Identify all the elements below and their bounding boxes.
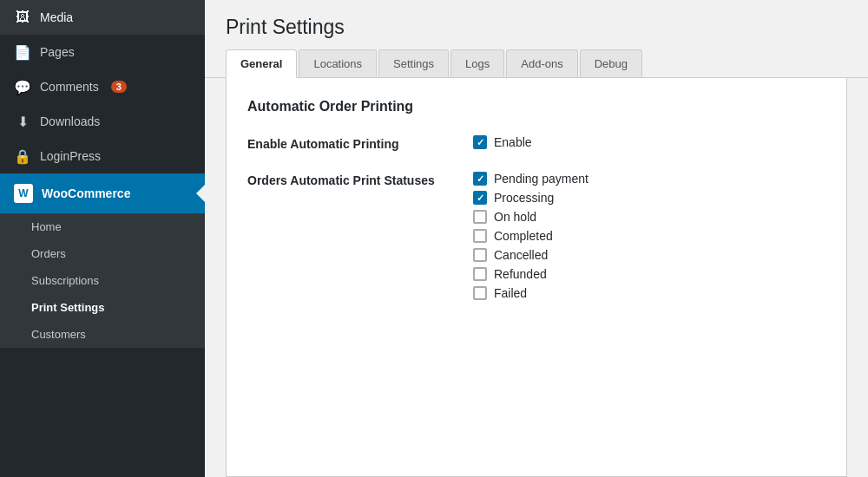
label-statuses: Orders Automatic Print Statuses [247, 172, 473, 187]
tab-settings[interactable]: Settings [378, 49, 449, 77]
checkbox-enable[interactable]: Enable [473, 135, 532, 149]
checkbox-cancelled-label: Cancelled [494, 248, 548, 262]
main-content: Print Settings General Locations Setting… [205, 0, 868, 477]
checkbox-on-hold-label: On hold [494, 210, 536, 224]
sidebar-item-comments-label: Comments [40, 80, 99, 94]
sidebar-item-orders-label: Orders [31, 247, 66, 260]
sidebar-item-orders[interactable]: Orders [0, 240, 205, 267]
checkbox-failed[interactable]: Failed [473, 286, 589, 300]
sidebar-item-comments[interactable]: 💬 Comments 3 [0, 69, 205, 104]
tab-addons[interactable]: Add-ons [506, 49, 577, 77]
sidebar-item-pages-label: Pages [40, 45, 75, 59]
checkbox-completed[interactable]: Completed [473, 229, 589, 243]
woocommerce-icon: W [14, 184, 33, 203]
checkbox-failed-label: Failed [494, 286, 527, 300]
tab-general[interactable]: General [226, 49, 297, 78]
comments-icon: 💬 [14, 78, 31, 95]
checkbox-completed-label: Completed [494, 229, 553, 243]
checkbox-pending-payment[interactable]: Pending payment [473, 172, 589, 186]
sidebar-item-loginpress[interactable]: 🔒 LoginPress [0, 139, 205, 173]
checkbox-cancelled-box[interactable] [473, 248, 487, 262]
tab-logs[interactable]: Logs [450, 49, 504, 77]
sidebar-item-media[interactable]: 🖼 Media [0, 0, 205, 35]
checkbox-refunded-label: Refunded [494, 267, 547, 281]
sidebar-item-woocommerce[interactable]: W WooCommerce [0, 173, 205, 213]
section-title-automatic-order-printing: Automatic Order Printing [247, 99, 825, 114]
checkbox-cancelled[interactable]: Cancelled [473, 248, 589, 262]
tab-locations[interactable]: Locations [299, 49, 377, 77]
sidebar-item-woocommerce-label: WooCommerce [42, 186, 130, 200]
form-row-enable-printing: Enable Automatic Printing Enable [247, 135, 825, 151]
sidebar-item-downloads-label: Downloads [40, 114, 100, 128]
sidebar-item-home[interactable]: Home [0, 213, 205, 240]
checkbox-processing-box[interactable] [473, 191, 487, 205]
checkbox-processing[interactable]: Processing [473, 191, 589, 205]
sidebar: 🖼 Media 📄 Pages 💬 Comments 3 ⬇ Downloads… [0, 0, 205, 477]
tabs-bar: General Locations Settings Logs Add-ons … [205, 49, 868, 78]
checkbox-pending-payment-box[interactable] [473, 172, 487, 186]
downloads-icon: ⬇ [14, 113, 31, 130]
checkbox-enable-box[interactable] [473, 135, 487, 149]
controls-statuses: Pending payment Processing On hold Compl… [473, 172, 589, 300]
sidebar-item-customers[interactable]: Customers [0, 321, 205, 348]
checkbox-failed-box[interactable] [473, 286, 487, 300]
media-icon: 🖼 [14, 9, 31, 26]
checkbox-refunded[interactable]: Refunded [473, 267, 589, 281]
checkbox-pending-payment-label: Pending payment [494, 172, 589, 186]
checkbox-refunded-box[interactable] [473, 267, 487, 281]
sidebar-item-downloads[interactable]: ⬇ Downloads [0, 104, 205, 139]
controls-enable-printing: Enable [473, 135, 532, 149]
sidebar-item-home-label: Home [31, 220, 62, 233]
sidebar-top-items: 🖼 Media 📄 Pages 💬 Comments 3 ⬇ Downloads… [0, 0, 205, 173]
woocommerce-submenu: Home Orders Subscriptions Print Settings… [0, 213, 205, 348]
loginpress-icon: 🔒 [14, 147, 31, 165]
sidebar-item-loginpress-label: LoginPress [40, 149, 101, 163]
sidebar-item-customers-label: Customers [31, 328, 86, 341]
sidebar-item-subscriptions-label: Subscriptions [31, 274, 99, 287]
checkbox-enable-label: Enable [494, 135, 532, 149]
form-row-statuses: Orders Automatic Print Statuses Pending … [247, 172, 825, 300]
tab-debug[interactable]: Debug [580, 49, 642, 77]
sidebar-item-pages[interactable]: 📄 Pages [0, 35, 205, 69]
sidebar-item-subscriptions[interactable]: Subscriptions [0, 267, 205, 294]
checkbox-completed-box[interactable] [473, 229, 487, 243]
checkbox-on-hold[interactable]: On hold [473, 210, 589, 224]
sidebar-item-print-settings[interactable]: Print Settings [0, 294, 205, 321]
pages-icon: 📄 [14, 43, 31, 61]
sidebar-item-media-label: Media [40, 10, 73, 24]
checkbox-processing-label: Processing [494, 191, 554, 205]
checkbox-on-hold-box[interactable] [473, 210, 487, 224]
content-area: Automatic Order Printing Enable Automati… [226, 78, 847, 477]
label-enable-automatic-printing: Enable Automatic Printing [247, 135, 473, 151]
comments-badge: 3 [111, 81, 127, 93]
sidebar-item-print-settings-label: Print Settings [31, 301, 105, 314]
page-title: Print Settings [205, 0, 868, 49]
